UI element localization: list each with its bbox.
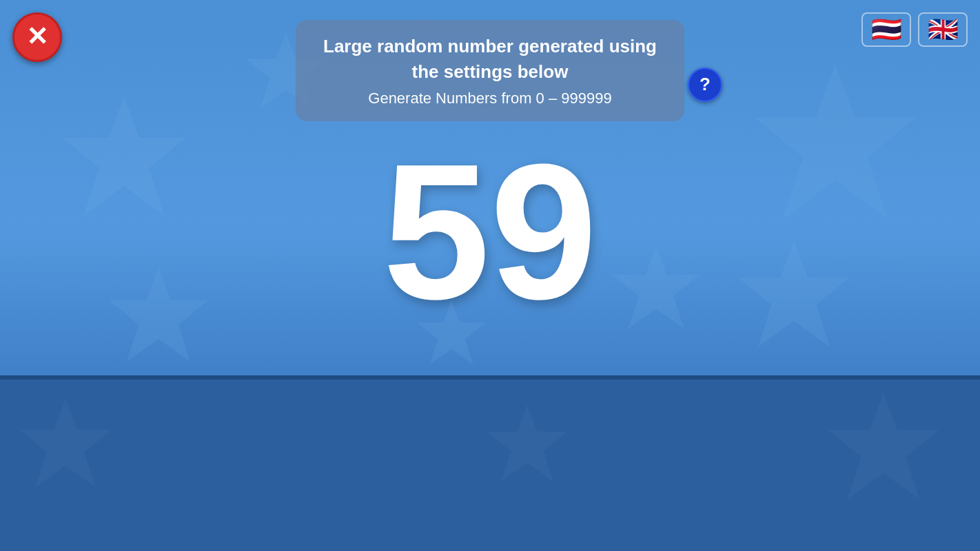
- maximum-edit-button[interactable]: [486, 437, 522, 473]
- maximum-label: Maximum Number: [408, 480, 514, 495]
- maximum-number-control: 59 Maximum Number: [400, 434, 522, 495]
- edit-icon: [345, 445, 365, 466]
- minimum-input-row: 0: [252, 434, 373, 476]
- svg-marker-1: [109, 267, 208, 362]
- svg-marker-5: [613, 246, 700, 329]
- svg-marker-3: [738, 240, 850, 347]
- info-line1-text: Large random number generated using: [323, 36, 657, 56]
- svg-marker-0: [62, 96, 186, 215]
- info-line2-text: the settings below: [412, 61, 569, 82]
- help-icon: ?: [700, 74, 711, 95]
- minimum-number-display: 0: [252, 434, 334, 476]
- star-decoration: [821, 386, 946, 510]
- uk-flag-button[interactable]: 🇬🇧: [918, 12, 968, 47]
- uk-flag-icon: 🇬🇧: [928, 15, 959, 44]
- minimum-number-control: 0 Minimum Number: [252, 434, 373, 495]
- edit-icon: [493, 445, 514, 466]
- flag-container: 🇹🇭 🇬🇧: [861, 12, 968, 47]
- close-icon: ✕: [26, 23, 48, 50]
- star-decoration: [55, 90, 193, 227]
- star-decoration: [746, 55, 925, 234]
- help-button[interactable]: ?: [688, 67, 722, 102]
- info-wrapper: Large random number generated using the …: [296, 48, 684, 121]
- info-box: Large random number generated using the …: [296, 20, 684, 121]
- star-decoration: [14, 393, 117, 497]
- maximum-number-display: 59: [400, 434, 483, 476]
- thai-flag-icon: 🇹🇭: [871, 15, 902, 44]
- svg-marker-7: [19, 399, 112, 488]
- star-decoration: [608, 241, 704, 337]
- random-number-display: 59: [382, 135, 597, 328]
- info-subtitle: Generate Numbers from 0 – 999999: [323, 90, 657, 107]
- star-decoration: [103, 262, 214, 372]
- hand-icon: ☞: [577, 448, 602, 480]
- press-button[interactable]: ☞ Press: [549, 435, 728, 493]
- top-section: ✕ 🇹🇭 🇬🇧 Large random number generated us…: [0, 0, 980, 375]
- bottom-section: 0 Minimum Number 59 Maximum N: [0, 375, 980, 551]
- maximum-input-row: 59: [400, 434, 522, 476]
- minimum-label: Minimum Number: [261, 480, 363, 495]
- press-label: Press: [613, 448, 691, 481]
- svg-marker-8: [828, 393, 939, 499]
- star-decoration: [732, 234, 856, 358]
- svg-marker-2: [755, 64, 916, 218]
- info-title-line1: Large random number generated using the …: [323, 34, 657, 84]
- thai-flag-button[interactable]: 🇹🇭: [861, 12, 911, 47]
- close-button[interactable]: ✕: [12, 12, 62, 62]
- minimum-edit-button[interactable]: [337, 437, 373, 473]
